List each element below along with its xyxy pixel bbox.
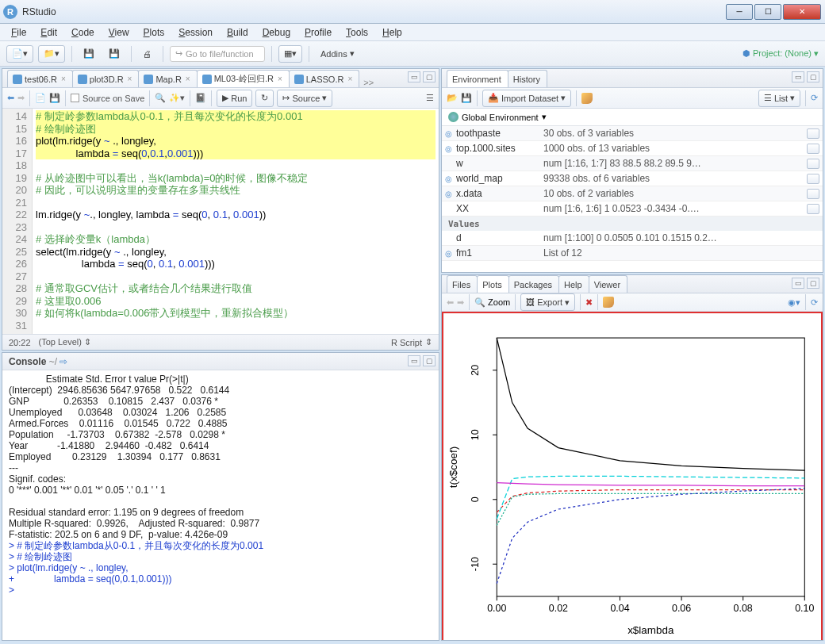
wand-icon[interactable]: ✨▾ bbox=[169, 93, 185, 103]
save-button[interactable]: 💾 bbox=[79, 45, 99, 63]
env-row[interactable]: XXnum [1:6, 1:6] 1 0.0523 -0.3434 -0.… bbox=[442, 201, 823, 217]
menu-tools[interactable]: Tools bbox=[340, 25, 374, 40]
env-row[interactable]: ◎x.data10 obs. of 2 variables bbox=[442, 186, 823, 201]
pane-max-icon[interactable]: ▢ bbox=[423, 355, 436, 366]
grid-view-icon[interactable] bbox=[807, 144, 819, 154]
menu-edit[interactable]: Edit bbox=[34, 25, 63, 40]
close-tab-icon[interactable]: × bbox=[278, 75, 282, 83]
source-tab[interactable]: LASSO.R× bbox=[289, 70, 360, 87]
environment-pane: Environment History ▭ ▢ 📂 💾 📥 Import Dat… bbox=[441, 68, 823, 273]
file-type[interactable]: R Script bbox=[391, 338, 422, 347]
pane-min-icon[interactable]: ▭ bbox=[792, 71, 804, 82]
menu-file[interactable]: File bbox=[5, 25, 33, 40]
grid-view-icon[interactable] bbox=[807, 128, 819, 139]
console-output[interactable]: Estimate Std. Error t value Pr(>|t|) (In… bbox=[2, 370, 439, 640]
tab-viewer[interactable]: Viewer bbox=[589, 275, 627, 293]
zoom-button[interactable]: 🔍 Zoom bbox=[474, 297, 510, 308]
source-tab[interactable]: test06.R× bbox=[7, 70, 73, 87]
close-tab-icon[interactable]: × bbox=[347, 75, 352, 83]
grid-view-icon[interactable] bbox=[807, 189, 819, 199]
pane-max-icon[interactable]: ▢ bbox=[423, 71, 436, 82]
grid-view-icon[interactable] bbox=[807, 159, 819, 169]
plot-next-icon[interactable]: ➡ bbox=[457, 297, 464, 308]
back-icon[interactable]: ⬅ bbox=[7, 93, 14, 103]
grid-button[interactable]: ▦▾ bbox=[278, 45, 302, 63]
remove-plot-icon[interactable]: ✖ bbox=[585, 297, 593, 308]
pane-min-icon[interactable]: ▭ bbox=[792, 278, 804, 289]
compile-icon[interactable]: 📓 bbox=[195, 93, 206, 103]
code-editor[interactable]: 14 15 16 17 18 19 20 21 22 23 24 25 26 2… bbox=[2, 109, 439, 334]
source-pane: test06.R×plot3D.R×Map.R×ML03-岭回归.R×LASSO… bbox=[2, 68, 439, 351]
load-ws-icon[interactable]: 📂 bbox=[447, 93, 458, 103]
save-source-icon[interactable]: 💾 bbox=[49, 93, 60, 103]
show-doc-icon[interactable]: 📄 bbox=[35, 93, 46, 103]
tab-plots[interactable]: Plots bbox=[477, 275, 508, 293]
code-body[interactable]: # 制定岭参数lambda从0-0.1，并且每次变化的长度为0.001# 绘制岭… bbox=[33, 109, 439, 334]
run-button[interactable]: ▶ Run bbox=[217, 90, 252, 107]
save-ws-icon[interactable]: 💾 bbox=[461, 93, 472, 103]
forward-icon[interactable]: ➡ bbox=[17, 93, 25, 103]
menu-debug[interactable]: Debug bbox=[256, 25, 297, 40]
env-row[interactable]: wnum [1:16, 1:7] 83 88.5 88.2 89.5 9… bbox=[442, 156, 823, 171]
close-tab-icon[interactable]: × bbox=[128, 75, 132, 83]
close-button[interactable]: ✕ bbox=[783, 4, 821, 20]
project-selector[interactable]: ⬢ Project: (None) ▾ bbox=[742, 48, 819, 59]
find-icon[interactable]: 🔍 bbox=[155, 93, 166, 103]
env-view-mode[interactable]: ☰ List ▾ bbox=[758, 90, 800, 107]
source-tab[interactable]: ML03-岭回归.R× bbox=[197, 70, 290, 87]
import-dataset-button[interactable]: 📥 Import Dataset ▾ bbox=[482, 90, 571, 107]
menu-build[interactable]: Build bbox=[221, 25, 255, 40]
plot-prev-icon[interactable]: ⬅ bbox=[447, 297, 454, 308]
env-list[interactable]: ◎toothpaste30 obs. of 3 variables◎top.10… bbox=[442, 126, 823, 272]
tab-history[interactable]: History bbox=[508, 70, 547, 87]
clear-plots-icon[interactable] bbox=[603, 297, 614, 308]
source-on-save-checkbox[interactable] bbox=[71, 94, 79, 102]
tab-help[interactable]: Help bbox=[558, 275, 589, 293]
refresh-env-icon[interactable]: ⟳ bbox=[811, 93, 818, 103]
print-button[interactable]: 🖨 bbox=[138, 45, 156, 63]
save-all-button[interactable]: 💾 bbox=[104, 45, 125, 63]
env-row[interactable]: ◎toothpaste30 obs. of 3 variables bbox=[442, 126, 823, 141]
addins-menu[interactable]: Addins ▾ bbox=[316, 45, 359, 63]
grid-view-icon[interactable] bbox=[807, 204, 819, 214]
source-tab[interactable]: Map.R× bbox=[138, 70, 197, 87]
pane-min-icon[interactable]: ▭ bbox=[408, 71, 420, 82]
new-file-button[interactable]: 📄▾ bbox=[6, 45, 33, 63]
pane-max-icon[interactable]: ▢ bbox=[807, 71, 819, 82]
close-tab-icon[interactable]: × bbox=[61, 75, 66, 83]
env-row[interactable]: ◎fm1List of 12 bbox=[442, 246, 823, 261]
maximize-button[interactable]: ☐ bbox=[754, 4, 781, 20]
close-tab-icon[interactable]: × bbox=[186, 75, 190, 83]
env-row[interactable]: ◎world_map99338 obs. of 6 variables bbox=[442, 171, 823, 186]
menu-session[interactable]: Session bbox=[172, 25, 219, 40]
pane-min-icon[interactable]: ▭ bbox=[408, 355, 420, 366]
more-tabs-icon[interactable]: >> bbox=[360, 78, 377, 87]
menu-view[interactable]: View bbox=[102, 25, 136, 40]
menu-help[interactable]: Help bbox=[376, 25, 409, 40]
tab-files[interactable]: Files bbox=[447, 275, 478, 293]
pane-max-icon[interactable]: ▢ bbox=[807, 278, 819, 289]
publish-icon[interactable]: ◉▾ bbox=[788, 297, 800, 308]
minimize-button[interactable]: ─ bbox=[726, 4, 753, 20]
env-row[interactable]: ◎top.1000.sites1000 obs. of 13 variables bbox=[442, 141, 823, 156]
menu-plots[interactable]: Plots bbox=[137, 25, 171, 40]
menu-profile[interactable]: Profile bbox=[298, 25, 338, 40]
clear-ws-icon[interactable] bbox=[581, 93, 593, 104]
outline-icon[interactable]: ☰ bbox=[426, 93, 434, 103]
env-scope-selector[interactable]: Global Environment ▾ bbox=[442, 109, 823, 126]
export-button[interactable]: 🖼 Export ▾ bbox=[520, 293, 575, 311]
grid-view-icon[interactable] bbox=[807, 174, 819, 184]
refresh-plot-icon[interactable]: ⟳ bbox=[811, 297, 818, 308]
new-project-button[interactable]: 📁▾ bbox=[38, 45, 65, 63]
menu-code[interactable]: Code bbox=[65, 25, 101, 40]
tab-environment[interactable]: Environment bbox=[447, 70, 508, 87]
tab-packages[interactable]: Packages bbox=[508, 275, 559, 293]
scope-selector[interactable]: (Top Level) ⇕ bbox=[39, 337, 91, 347]
rerun-button[interactable]: ↻ bbox=[255, 90, 274, 107]
source-button[interactable]: ↦ Source ▾ bbox=[277, 90, 332, 107]
source-tab[interactable]: plot3D.R× bbox=[72, 70, 140, 87]
env-row[interactable]: dnum [1:100] 0 0.0505 0.101 0.1515 0.2… bbox=[442, 231, 823, 246]
svg-text:0.08: 0.08 bbox=[734, 603, 753, 614]
plot-canvas[interactable]: 0.000.020.040.060.080.10-1001020x$lambda… bbox=[442, 312, 823, 641]
goto-file-input[interactable]: ↪Go to file/function bbox=[170, 46, 265, 62]
